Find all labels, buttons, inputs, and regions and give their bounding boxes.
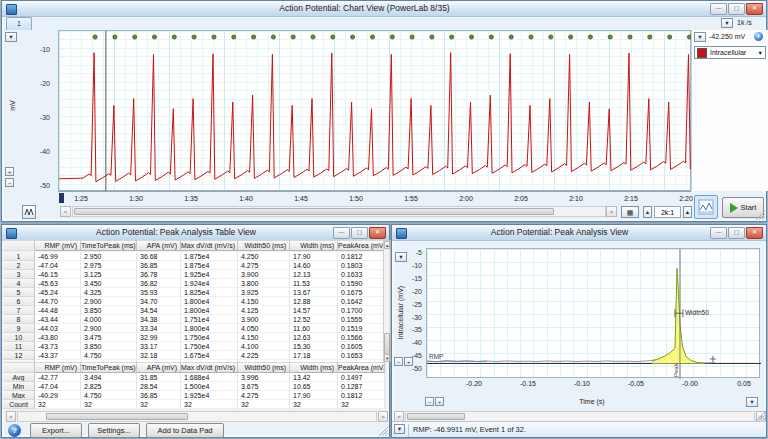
table-cell[interactable]: 1.675e4 [181,351,238,360]
table-cell[interactable]: 1.875e4 [181,261,238,270]
table-cell[interactable]: 4.275 [238,261,290,270]
table-cell[interactable]: 1.925e4 [181,270,238,279]
table-cell[interactable]: 0.1590 [338,279,385,288]
table-cell[interactable]: 2.900 [81,324,137,333]
table-cell[interactable]: -44.03 [35,324,81,333]
peak-plot-area[interactable]: Width50RMPPeak [426,248,760,378]
compression-up-icon[interactable]: ▲ [643,206,652,218]
close-button[interactable]: ✕ [746,227,763,239]
table-cell[interactable]: 1.800e4 [181,306,238,315]
table-cell[interactable]: -44.70 [35,297,81,306]
y-zoom-out-button[interactable]: − [5,178,14,187]
table-cell[interactable]: 3.900 [238,315,290,324]
table-cell[interactable]: -46.15 [35,270,81,279]
row-number-cell[interactable]: 1 [3,252,35,261]
table-cell[interactable]: 0.1653 [338,351,385,360]
scroll-right-button[interactable]: > [606,206,617,217]
table-cell[interactable]: 4.125 [238,306,290,315]
maximize-button[interactable]: ▢ [351,227,368,239]
table-cell[interactable]: 14.60 [290,261,338,270]
table-cell[interactable]: -44.48 [35,306,81,315]
peak-window-titlebar[interactable]: Action Potential: Peak Analysis View — ▢… [392,225,766,241]
row-number-cell[interactable]: 2 [3,261,35,270]
row-number-cell[interactable]: 8 [3,315,35,324]
compression-button[interactable]: ▦ [621,206,639,218]
info-icon[interactable]: i [754,32,763,41]
column-header[interactable]: Width50 (ms) [238,240,290,251]
chart-hscroll-thumb[interactable] [74,208,554,215]
table-vscroll-track[interactable]: ▲ ▼ [383,240,391,362]
table-cell[interactable]: -43.44 [35,315,81,324]
table-cell[interactable]: 4.250 [238,252,290,261]
table-cell[interactable]: 2.900 [81,297,137,306]
maximize-button[interactable]: ▢ [728,227,745,239]
table-cell[interactable]: 13.67 [290,288,338,297]
table-vscroll-up[interactable]: ▲ [384,241,390,249]
peak-y-zoom-out[interactable]: − [394,357,403,366]
sample-rate-label[interactable]: 1k /s [737,19,752,26]
table-cell[interactable]: 3.475 [81,333,137,342]
view-mode-button[interactable] [694,195,718,219]
table-cell[interactable]: 14.57 [290,306,338,315]
compression-down-icon[interactable]: ▲ [683,206,692,218]
chart-plot-area[interactable] [58,30,691,191]
table-cell[interactable]: 4.100 [238,342,290,351]
waveform-cursor-icon[interactable] [22,205,36,219]
table-cell[interactable]: 1.825e4 [181,288,238,297]
table-cell[interactable]: 2.975 [81,261,137,270]
table-cell[interactable]: 1.924e4 [181,279,238,288]
table-cell[interactable]: 0.1812 [338,252,385,261]
row-number-cell[interactable]: 11 [3,342,35,351]
readout-dropdown-icon[interactable]: ▼ [694,32,706,42]
table-cell[interactable]: 3.850 [81,342,137,351]
table-cell[interactable]: 1.800e4 [181,297,238,306]
table-body[interactable]: 1-46.992.95036.681.875e44.25017.900.1812… [3,252,385,362]
minimize-button[interactable]: — [333,227,350,239]
resize-grip[interactable] [754,209,765,220]
maximize-button[interactable]: ▢ [728,3,745,15]
table-cell[interactable]: 32.99 [137,333,181,342]
table-cell[interactable]: 0.1519 [338,324,385,333]
row-number-cell[interactable]: 6 [3,297,35,306]
rate-dropdown-icon[interactable]: ▼ [721,18,733,28]
table-cell[interactable]: 4.150 [238,333,290,342]
row-number-cell[interactable]: 4 [3,279,35,288]
table-cell[interactable]: 3.800 [238,279,290,288]
table-cell[interactable]: 4.150 [238,297,290,306]
table-cell[interactable]: 34.38 [137,315,181,324]
table-cell[interactable]: -43.73 [35,342,81,351]
table-cell[interactable]: 1.875e4 [181,252,238,261]
table-cell[interactable]: 4.000 [81,315,137,324]
table-cell[interactable]: 33.17 [137,342,181,351]
table-cell[interactable]: 1.750e4 [181,342,238,351]
export-button[interactable]: Export... [30,423,82,438]
peak-x-dropdown-icon[interactable]: ▼ [746,397,758,407]
table-cell[interactable]: 11.60 [290,324,338,333]
peak-hscroll-thumb[interactable] [407,413,465,420]
row-number-cell[interactable]: 3 [3,270,35,279]
table-hscroll-track[interactable] [17,411,377,422]
table-cell[interactable]: 0.1605 [338,342,385,351]
minimize-button[interactable]: — [710,3,727,15]
table-cell[interactable]: 4.750 [81,351,137,360]
table-cell[interactable]: 0.1803 [338,261,385,270]
row-number-cell[interactable]: 12 [3,351,35,360]
table-window-titlebar[interactable]: Action Potential: Peak Analysis Table Vi… [2,225,389,241]
table-cell[interactable]: 36.82 [137,279,181,288]
table-cell[interactable]: 1.751e4 [181,315,238,324]
table-cell[interactable]: 34.70 [137,297,181,306]
channel-selector[interactable]: Intracellular ▼ [694,46,766,59]
table-cell[interactable]: 4.225 [238,351,290,360]
table-cell[interactable]: 3.925 [238,288,290,297]
table-cell[interactable]: 0.1555 [338,315,385,324]
table-cell[interactable]: 1.800e4 [181,324,238,333]
table-cell[interactable]: 11.53 [290,279,338,288]
column-header[interactable]: Width (ms) [290,240,338,251]
row-number-cell[interactable]: 7 [3,306,35,315]
table-cell[interactable]: 35.93 [137,288,181,297]
table-cell[interactable]: -45.24 [35,288,81,297]
resize-grip[interactable] [377,425,388,436]
chart-window-titlebar[interactable]: Action Potential: Chart View (PowerLab 8… [2,1,766,17]
close-button[interactable]: ✕ [746,3,763,15]
column-header[interactable]: Max dV/dt (mV/s) [181,240,238,251]
